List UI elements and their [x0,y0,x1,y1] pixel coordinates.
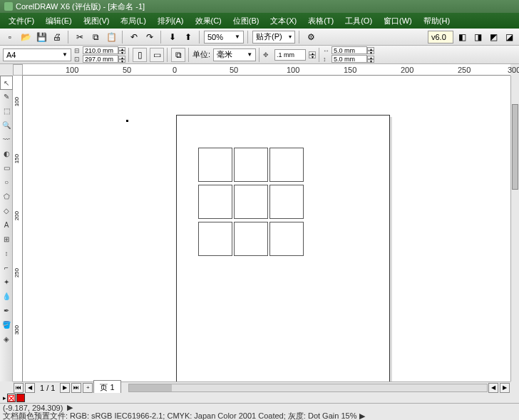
all-pages-button[interactable]: ⧉ [171,48,185,62]
cut-button[interactable]: ✂ [73,30,87,44]
page-width-input[interactable]: 210.0 mm [83,46,118,54]
copy-button[interactable]: ⧉ [88,30,103,44]
menu-bitmap[interactable]: 位图(B) [227,16,265,26]
ellipse-tool[interactable]: ○ [0,175,13,190]
horizontal-ruler[interactable]: 100 50 0 50 100 150 200 250 300 [23,64,510,76]
freehand-tool[interactable]: 〰 [0,133,13,147]
menu-window[interactable]: 窗口(W) [378,16,418,26]
connector-tool[interactable]: ⌐ [0,261,13,275]
units-combo[interactable]: 毫米 ▼ [213,48,256,61]
save-button[interactable]: 💾 [34,30,48,44]
undo-button[interactable]: ↶ [127,30,141,44]
smart-fill-tool[interactable]: ◐ [0,147,13,161]
grid-cell[interactable] [269,185,304,219]
export-button[interactable]: ⬆ [181,30,195,44]
separator [68,31,69,43]
separator [122,31,123,43]
options-button[interactable]: ⚙ [304,30,318,44]
dup-y-input[interactable]: 5.0 mm [332,55,367,63]
shape-tool[interactable]: ✎ [0,90,13,104]
grid-cell[interactable] [198,222,232,256]
dup-y-spinner[interactable]: ▴▾ [367,56,374,63]
paper-size-combo[interactable]: A4 ▼ [3,48,71,61]
interactive-tool[interactable]: ✦ [0,275,13,290]
zoom-tool[interactable]: 🔍 [0,118,13,133]
menu-view[interactable]: 视图(V) [78,16,115,26]
ruler-tick: 50 [230,66,238,74]
paste-button[interactable]: 📋 [104,30,118,44]
first-page-button[interactable]: ⏮ [14,383,24,393]
grid-cell[interactable] [198,148,232,182]
scrollbar-thumb[interactable] [129,384,172,391]
new-button[interactable]: ▫ [3,30,17,44]
app-icon: ◩ [490,33,498,41]
launch-button-2[interactable]: ◨ [471,30,485,44]
nudge-input[interactable]: .1 mm [274,49,306,61]
grid-cell[interactable] [234,222,268,256]
text-tool[interactable]: A [0,218,13,232]
snap-combo[interactable]: 贴齐(P) ▾ [252,31,295,43]
basic-shapes-tool[interactable]: ◇ [0,204,13,218]
horizontal-scrollbar[interactable] [128,384,488,392]
grid-cell[interactable] [198,185,232,219]
app-icon [4,2,13,11]
print-button[interactable]: 🖨 [50,30,64,44]
interactive-fill-tool[interactable]: ◈ [0,332,13,347]
menu-arrange[interactable]: 排列(A) [152,16,190,26]
dup-x-spinner[interactable]: ▴▾ [367,47,374,54]
scroll-right-button[interactable]: ▶ [500,383,510,393]
page-height-input[interactable]: 297.0 mm [83,55,118,63]
open-button[interactable]: 📂 [19,30,33,44]
fill-tool[interactable]: 🪣 [0,318,13,332]
nudge-spinner[interactable]: ▴▾ [309,51,316,58]
launch-button-1[interactable]: ◧ [455,30,469,44]
grid-cell[interactable] [269,148,304,182]
menu-effects[interactable]: 效果(C) [190,16,227,26]
pick-tool[interactable]: ↖ [0,76,13,90]
menu-tools[interactable]: 工具(O) [339,16,378,26]
dup-x-input[interactable]: 5.0 mm [332,46,367,54]
menu-table[interactable]: 表格(T) [302,16,339,26]
ruler-tick: 250 [14,268,20,277]
grid-cell[interactable] [234,148,268,182]
portrait-button[interactable]: ▯ [133,48,147,62]
standard-toolbar: ▫ 📂 💾 🖨 ✂ ⧉ 📋 ↶ ↷ ⬇ ⬆ 50% ▼ 贴齐(P) ▾ ⚙ v6… [0,29,519,46]
menu-layout[interactable]: 布局(L) [115,16,151,26]
menu-text[interactable]: 文本(X) [264,16,302,26]
landscape-button[interactable]: ▭ [150,48,164,62]
width-spinner[interactable]: ▴▾ [118,47,125,54]
menu-file[interactable]: 文件(F) [3,16,40,26]
red-swatch[interactable] [16,394,25,402]
grid-cell[interactable] [234,185,268,219]
polygon-tool[interactable]: ⬠ [0,190,13,204]
ruler-tick: 0 [173,66,177,74]
menu-help[interactable]: 帮助(H) [418,16,456,26]
zoom-combo[interactable]: 50% ▼ [204,31,244,43]
outline-tool[interactable]: ✒ [0,304,13,318]
scroll-left-button[interactable]: ◀ [488,383,498,393]
launch-button-3[interactable]: ◩ [486,30,500,44]
crop-tool[interactable]: ⬚ [0,104,13,118]
dimension-tool[interactable]: ↕ [0,247,13,261]
vertical-scrollbar[interactable] [510,76,519,381]
menu-edit[interactable]: 编辑(E) [40,16,78,26]
add-page-button[interactable]: + [83,383,93,393]
canvas[interactable] [23,76,510,381]
separator [199,31,200,43]
next-page-button[interactable]: ▶ [60,383,70,393]
no-fill-swatch[interactable]: ⊠ [7,394,16,402]
page[interactable] [176,115,390,381]
redo-button[interactable]: ↷ [143,30,157,44]
launch-button-4[interactable]: ◪ [502,30,516,44]
eyedropper-tool[interactable]: 💧 [0,290,13,304]
ruler-corner[interactable] [13,64,23,76]
height-spinner[interactable]: ▴▾ [118,56,125,63]
import-button[interactable]: ⬇ [165,30,180,44]
rectangle-tool[interactable]: ▭ [0,161,13,175]
last-page-button[interactable]: ⏭ [71,383,81,393]
grid-cell[interactable] [269,222,304,256]
scrollbar-thumb[interactable] [512,104,518,190]
vertical-ruler[interactable]: 100 150 200 250 300 [13,76,23,381]
prev-page-button[interactable]: ◀ [25,383,35,393]
table-tool[interactable]: ⊞ [0,232,13,247]
